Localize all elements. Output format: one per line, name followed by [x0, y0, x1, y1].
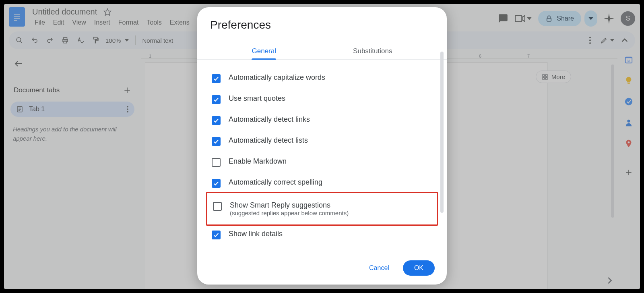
checkbox[interactable]: [212, 74, 221, 83]
pref-row: Automatically capitalize words: [208, 68, 436, 89]
pref-label: Show Smart Reply suggestions: [230, 201, 349, 210]
dialog-scrollbar[interactable]: [440, 52, 444, 213]
pref-label: Automatically capitalize words: [229, 73, 325, 82]
pref-sublabel: (suggested replies appear below comments…: [230, 210, 349, 216]
checkbox[interactable]: [212, 95, 221, 104]
checkbox[interactable]: [212, 179, 221, 188]
highlight-annotation: Show Smart Reply suggestions(suggested r…: [206, 192, 438, 226]
pref-row: Automatically detect links: [208, 110, 436, 131]
dialog-body: Automatically capitalize wordsUse smart …: [197, 60, 447, 253]
pref-label: Automatically detect links: [229, 115, 310, 124]
pref-row: Show Smart Reply suggestions(suggested r…: [210, 195, 434, 222]
checkbox[interactable]: [212, 137, 221, 146]
checkbox[interactable]: [213, 202, 222, 211]
pref-label: Automatically correct spelling: [229, 178, 322, 187]
checkbox[interactable]: [212, 158, 221, 167]
pref-label: Use smart quotes: [229, 94, 285, 103]
ok-button[interactable]: OK: [403, 260, 435, 276]
tab-substitutions[interactable]: Substitutions: [350, 43, 395, 59]
dialog-tabs: General Substitutions: [197, 38, 447, 60]
preferences-dialog: Preferences General Substitutions Automa…: [197, 7, 447, 285]
tab-general[interactable]: General: [249, 43, 279, 59]
pref-label: Enable Markdown: [229, 157, 287, 166]
checkbox[interactable]: [212, 116, 221, 125]
pref-row: Use smart quotes: [208, 89, 436, 110]
pref-row: Automatically correct spelling: [208, 172, 436, 193]
pref-label: Automatically detect lists: [229, 136, 308, 145]
cancel-button[interactable]: Cancel: [363, 261, 396, 275]
checkbox[interactable]: [212, 231, 221, 239]
pref-row: Enable Markdown: [208, 152, 436, 172]
pref-row: Automatically detect lists: [208, 131, 436, 152]
pref-label: Show link details: [229, 230, 283, 238]
dialog-footer: Cancel OK: [197, 253, 447, 285]
app-frame: Untitled document File Edit View Insert …: [4, 4, 640, 289]
pref-row: Show link details: [208, 224, 436, 245]
dialog-title: Preferences: [197, 7, 447, 38]
